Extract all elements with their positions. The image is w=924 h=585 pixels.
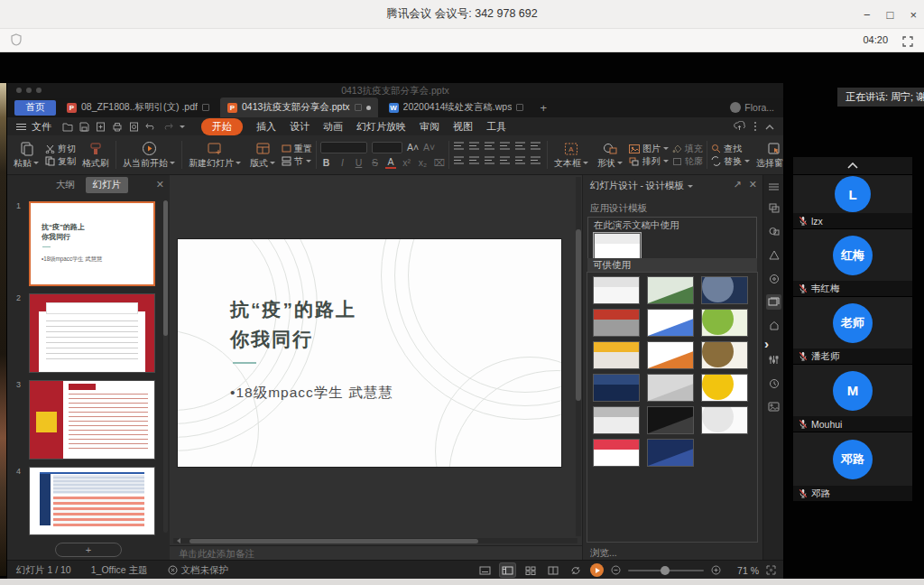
tab-pin-icon[interactable] <box>355 104 362 111</box>
clear-format-button[interactable]: ⌧ <box>433 157 445 168</box>
share-upload-icon[interactable] <box>734 121 745 133</box>
fit-window-button[interactable] <box>766 565 776 575</box>
collapse-videos-button[interactable] <box>793 157 912 174</box>
zoom-slider-thumb[interactable] <box>661 566 670 575</box>
menu-item-6[interactable]: 视图 <box>453 120 473 134</box>
design-template-4[interactable] <box>593 309 640 337</box>
align-center-icon[interactable] <box>468 155 482 169</box>
font-color-button[interactable]: A <box>385 156 396 169</box>
play-from-current-button[interactable]: 从当前开始 <box>120 140 178 171</box>
maximize-button[interactable]: □ <box>887 9 894 21</box>
font-size-input[interactable] <box>372 142 402 153</box>
scroll-left-icon[interactable] <box>177 538 180 543</box>
menu-item-1[interactable]: 插入 <box>256 120 276 134</box>
undo-icon[interactable] <box>145 122 156 131</box>
zoom-out-button[interactable] <box>611 565 621 575</box>
new-tab-button[interactable]: + <box>540 101 547 115</box>
design-panel-close-icon[interactable]: ✕ <box>749 179 757 190</box>
doc-tab-pdf[interactable]: P08_ZF1808..标明引(文) .pdf <box>60 98 217 117</box>
close-button[interactable]: × <box>910 9 917 21</box>
bold-button[interactable]: B <box>320 157 332 168</box>
menu-item-5[interactable]: 审阅 <box>420 120 439 134</box>
text-box-button[interactable]: A 文本框 <box>551 140 591 171</box>
export-icon[interactable] <box>96 122 106 132</box>
outline-button[interactable]: 轮廓 <box>672 155 703 168</box>
slide-thumb-preview[interactable] <box>29 293 155 373</box>
participant-video[interactable]: M <box>793 364 912 416</box>
indent-decrease-icon[interactable] <box>484 141 497 154</box>
rail-slides-icon[interactable] <box>766 200 781 216</box>
design-template-1[interactable] <box>593 276 640 304</box>
tab-outline[interactable]: 大纲 <box>49 177 82 193</box>
account-chip[interactable]: Flora... <box>730 98 774 117</box>
rail-shapes-icon[interactable] <box>766 224 781 239</box>
find-button[interactable]: 查找 <box>711 143 750 155</box>
align-left-icon[interactable] <box>453 155 467 169</box>
shapes-button[interactable]: 形状 <box>595 140 625 171</box>
slide-subtitle[interactable]: •18级mpacc学生 武慧慧 <box>230 384 393 403</box>
slide-thumb-preview[interactable] <box>29 380 155 460</box>
line-spacing-icon[interactable] <box>514 141 528 154</box>
picture-button[interactable]: 图片 <box>629 143 669 155</box>
fill-button[interactable]: 填充 <box>672 143 703 155</box>
menu-item-2[interactable]: 设计 <box>290 120 310 134</box>
zoom-in-button[interactable] <box>711 565 721 575</box>
layout-button[interactable]: 版式 <box>247 140 278 171</box>
decrease-font-button[interactable]: A˅ <box>423 142 435 153</box>
participant-video[interactable]: L <box>793 174 912 213</box>
open-icon[interactable] <box>62 122 73 132</box>
cut-button[interactable]: 剪切 <box>45 143 76 155</box>
design-template-2[interactable] <box>647 276 694 304</box>
rail-history-icon[interactable] <box>766 376 781 391</box>
slide-panel-scrollbar[interactable] <box>163 200 168 533</box>
design-template-16[interactable] <box>593 439 640 467</box>
slide-thumbnail-3[interactable]: 3 <box>29 380 157 460</box>
rail-effects-icon[interactable] <box>766 271 781 286</box>
rail-image-icon[interactable] <box>766 399 781 414</box>
collapse-ribbon-icon[interactable] <box>765 121 774 132</box>
normal-view-icon[interactable] <box>500 563 515 577</box>
minimize-button[interactable]: − <box>864 9 871 21</box>
slide-sorter-icon[interactable] <box>522 563 538 577</box>
redo-icon[interactable] <box>162 122 173 131</box>
tab-pin-icon[interactable] <box>516 104 523 111</box>
underline-button[interactable]: U <box>353 157 365 168</box>
menu-item-4[interactable]: 幻灯片放映 <box>356 120 406 134</box>
increase-font-button[interactable]: A˄ <box>407 142 419 153</box>
rail-check-icon[interactable] <box>766 247 781 263</box>
design-template-11[interactable] <box>647 374 694 402</box>
design-panel-dropdown-icon[interactable] <box>688 185 693 188</box>
menu-item-0[interactable]: 开始 <box>201 118 243 135</box>
notes-placeholder[interactable]: 单击此处添加备注 <box>170 545 582 560</box>
participant-video[interactable]: 老师 <box>793 296 912 348</box>
reading-view-icon[interactable] <box>545 563 560 577</box>
loop-play-icon[interactable] <box>568 563 583 577</box>
design-template-14[interactable] <box>647 406 694 434</box>
file-menu[interactable]: 文件 <box>32 120 51 134</box>
slide-title[interactable]: 抗“疫”的路上你我同行 <box>230 295 356 354</box>
design-template-15[interactable] <box>701 406 748 434</box>
strikethrough-button[interactable]: S <box>369 157 381 168</box>
columns-icon[interactable] <box>514 155 528 169</box>
menu-item-7[interactable]: 工具 <box>486 120 506 134</box>
participant-tile-5[interactable]: 邓路邓路 <box>793 432 912 501</box>
selection-pane-button[interactable]: 选择窗格 <box>753 140 783 171</box>
design-template-12[interactable] <box>701 374 748 402</box>
rail-design-icon[interactable] <box>766 294 781 310</box>
save-icon[interactable] <box>79 122 89 132</box>
doc-tab-ppt[interactable]: P0413抗疫支部分享会.pptx <box>220 98 378 117</box>
reset-button[interactable]: 重置 <box>282 143 312 155</box>
replace-button[interactable]: 替换 <box>711 155 750 168</box>
rail-menu-icon[interactable] <box>766 179 781 194</box>
rail-home-icon[interactable] <box>766 318 781 333</box>
participant-video[interactable]: 邓路 <box>793 432 912 486</box>
bullets-icon[interactable] <box>453 141 467 154</box>
design-template-10[interactable] <box>593 374 640 402</box>
design-template-13[interactable] <box>593 406 640 434</box>
slide-canvas[interactable]: 抗“疫”的路上你我同行 •18级mpacc学生 武慧慧 <box>178 239 561 467</box>
panel-expand-chevron[interactable]: › <box>764 336 769 351</box>
popout-icon[interactable]: ↗ <box>734 179 742 190</box>
design-template-17[interactable] <box>647 439 694 467</box>
slideshow-play-button[interactable] <box>590 563 604 577</box>
vertical-align-icon[interactable] <box>530 155 543 169</box>
